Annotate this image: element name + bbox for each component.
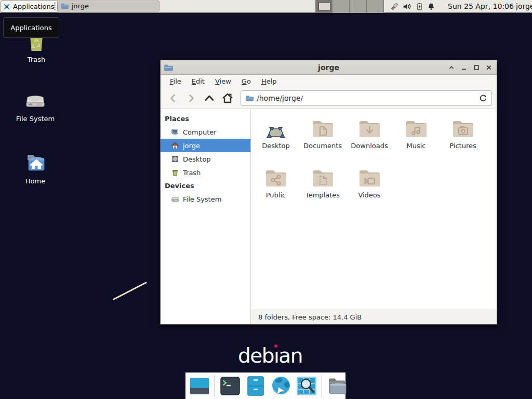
taskbar-window-button[interactable]: jorge <box>57 1 159 11</box>
drive-icon <box>171 195 179 203</box>
window-folder-icon <box>164 63 173 72</box>
sidebar-item-label: Computer <box>183 128 217 136</box>
forward-button[interactable] <box>183 91 199 105</box>
desktop-icon <box>171 155 179 163</box>
sidebar-item-label: File System <box>183 195 221 203</box>
minimize-button[interactable] <box>460 64 467 71</box>
desktop-icon <box>263 115 288 140</box>
computer-icon <box>171 128 179 136</box>
drive-icon <box>23 88 47 112</box>
folder-icon <box>61 3 69 9</box>
show-desktop-button[interactable] <box>189 376 210 396</box>
file-label: Videos <box>358 191 380 199</box>
sidebar-places-header: Places <box>161 112 250 125</box>
dock <box>185 373 345 399</box>
logo-text: deb <box>238 344 274 367</box>
top-panel: Applications jorge <box>0 0 532 13</box>
desktop-icon-home[interactable]: Home <box>7 151 64 185</box>
panel-user-label[interactable]: jorge <box>516 0 532 13</box>
up-button[interactable] <box>202 91 217 105</box>
workspace-2[interactable] <box>332 0 350 13</box>
sidebar-item-jorge[interactable]: jorge <box>161 139 250 152</box>
sidebar-item-label: Trash <box>183 169 201 177</box>
path-bar[interactable] <box>241 90 492 106</box>
pictures-folder-icon <box>450 115 475 140</box>
file-label: Public <box>266 191 286 199</box>
status-bar: 8 folders, Free space: 14.4 GiB <box>251 310 497 324</box>
sidebar-devices-header: Devices <box>161 179 250 192</box>
applications-menu-button[interactable]: Applications <box>1 1 59 12</box>
folder-launcher[interactable] <box>327 376 348 396</box>
home-icon <box>171 141 179 150</box>
sidebar-item-desktop[interactable]: Desktop <box>161 152 250 166</box>
path-input[interactable] <box>257 94 476 102</box>
file-label: Desktop <box>262 142 290 150</box>
home-folder-icon <box>23 151 47 175</box>
file-item-documents[interactable]: Documents <box>299 115 346 165</box>
maximize-button[interactable] <box>473 64 480 71</box>
panel-handle[interactable] <box>54 2 56 11</box>
terminal-launcher[interactable] <box>220 376 241 396</box>
desktop-icon-label: File System <box>16 115 55 123</box>
menu-help[interactable]: Help <box>256 76 282 87</box>
file-item-public[interactable]: Public <box>252 165 299 214</box>
dock-separator <box>322 375 322 397</box>
file-item-videos[interactable]: Videos <box>346 165 393 214</box>
file-item-downloads[interactable]: Downloads <box>346 115 393 165</box>
desktop-screen: Applications jorge <box>0 0 532 399</box>
sidebar-item-label: Desktop <box>183 155 211 163</box>
back-button[interactable] <box>165 91 181 105</box>
file-label: Pictures <box>449 142 476 150</box>
file-label: Templates <box>305 191 340 199</box>
notifications-bell-icon[interactable] <box>427 3 435 11</box>
panel-clock[interactable]: Sun 25 Apr, 10:06 <box>448 0 514 13</box>
removable-device-icon[interactable] <box>390 2 399 11</box>
window-title: jorge <box>161 63 497 72</box>
workspace-1[interactable] <box>315 0 332 13</box>
file-item-templates[interactable]: Templates <box>299 165 346 214</box>
menu-file[interactable]: File <box>165 76 187 87</box>
document-folder-icon <box>310 115 335 140</box>
trash-icon <box>171 168 179 177</box>
videos-folder-icon <box>357 165 382 190</box>
menu-view[interactable]: View <box>210 76 236 87</box>
file-item-music[interactable]: Music <box>393 115 440 165</box>
status-text: 8 folders, Free space: 14.4 GiB <box>258 313 362 321</box>
music-folder-icon <box>404 115 429 140</box>
workspace-3[interactable] <box>350 0 367 13</box>
file-manager-launcher[interactable] <box>245 376 266 396</box>
app-finder-launcher[interactable] <box>296 376 317 396</box>
sidebar-item-computer[interactable]: Computer <box>161 125 250 139</box>
battery-icon[interactable] <box>415 2 423 11</box>
sidebar-item-file-system[interactable]: File System <box>161 192 250 206</box>
home-button[interactable] <box>220 91 235 105</box>
window-titlebar[interactable]: jorge <box>161 60 497 75</box>
system-tray <box>390 0 435 13</box>
applications-menu-label: Applications <box>13 3 54 10</box>
xfce-applications-icon <box>3 3 11 11</box>
desktop-icon-label: Trash <box>28 56 45 63</box>
menu-edit[interactable]: Edit <box>187 76 210 87</box>
applications-tooltip: Applications <box>3 17 59 38</box>
workspace-window-miniature <box>318 2 330 11</box>
sidebar: Places Computer <box>161 109 251 324</box>
file-list: Desktop <box>251 109 497 310</box>
toolbar <box>161 88 497 109</box>
shade-button[interactable] <box>448 64 455 71</box>
debian-red-dot <box>274 344 277 348</box>
volume-icon[interactable] <box>403 2 411 11</box>
close-button[interactable] <box>485 64 492 71</box>
web-browser-launcher[interactable] <box>271 376 291 396</box>
dock-separator <box>215 375 215 397</box>
workspace-pager[interactable] <box>315 0 384 13</box>
tooltip-text: Applications <box>10 24 51 32</box>
taskbar-window-label: jorge <box>72 2 89 10</box>
file-item-pictures[interactable]: Pictures <box>440 115 486 165</box>
menu-go[interactable]: Go <box>236 76 256 87</box>
desktop-icon-file-system[interactable]: File System <box>7 88 64 123</box>
menu-bar: File Edit View Go Help <box>161 75 497 88</box>
workspace-4[interactable] <box>367 0 384 13</box>
sidebar-item-trash[interactable]: Trash <box>161 166 250 179</box>
file-item-desktop[interactable]: Desktop <box>252 115 299 165</box>
reload-icon[interactable] <box>479 94 487 102</box>
